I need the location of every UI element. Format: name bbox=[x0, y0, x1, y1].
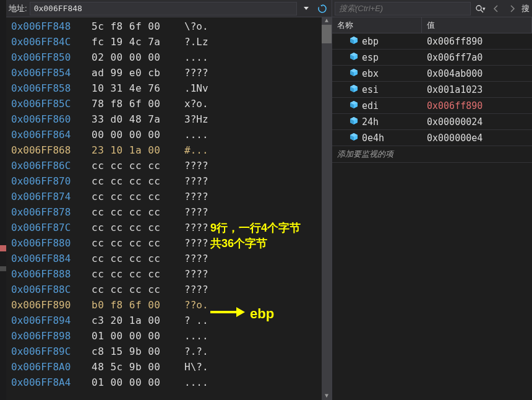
memory-ascii: ? .. bbox=[184, 315, 208, 326]
watch-row[interactable]: edi0x006ff890 bbox=[332, 98, 532, 114]
watch-pane: ▾ 搜 名称 值 ebp0x006ff890esp0x006ff7a0ebx0x… bbox=[332, 0, 532, 400]
memory-row[interactable]: 0x006FF89Cc8 15 9b 00?.?. bbox=[11, 344, 327, 359]
memory-row[interactable]: 0x006FF86823 10 1a 00#... bbox=[11, 142, 327, 158]
watch-name-cell: edi bbox=[332, 100, 422, 111]
memory-row[interactable]: 0x006FF884cc cc cc cc???? bbox=[11, 251, 327, 266]
memory-row[interactable]: 0x006FF854ad 99 e0 cb???? bbox=[11, 65, 327, 80]
memory-address: 0x006FF870 bbox=[11, 175, 92, 187]
memory-address: 0x006FF888 bbox=[11, 268, 92, 280]
memory-row[interactable]: 0x006FF890b0 f8 6f 00??o. bbox=[11, 297, 327, 313]
watch-value: 0x006ff890 bbox=[422, 100, 532, 111]
watch-row[interactable]: ebx0x004ab000 bbox=[332, 66, 532, 82]
memory-scrollbar[interactable]: ▲ ▼ bbox=[322, 17, 332, 400]
memory-row[interactable]: 0x006FF86033 d0 48 7a3?Hz bbox=[11, 111, 327, 127]
memory-address: 0x006FF884 bbox=[11, 253, 92, 264]
memory-ascii: .1Nv bbox=[184, 82, 208, 94]
memory-row[interactable]: 0x006FF85C78 f8 6f 00x?o. bbox=[11, 96, 327, 111]
search-input[interactable] bbox=[335, 2, 471, 15]
nav-prev-icon[interactable] bbox=[489, 2, 503, 15]
watch-toolbar: ▾ 搜 bbox=[332, 0, 532, 17]
memory-bytes: fc 19 4c 7a bbox=[92, 36, 184, 48]
gutter-marker bbox=[0, 245, 6, 251]
scroll-down-icon[interactable]: ▼ bbox=[322, 393, 332, 400]
watch-name: esi bbox=[362, 84, 379, 95]
search-icon[interactable]: ▾ bbox=[473, 2, 487, 15]
scroll-up-icon[interactable]: ▲ bbox=[322, 17, 332, 25]
memory-bytes: 02 00 00 00 bbox=[92, 51, 184, 63]
memory-bytes: 10 31 4e 76 bbox=[92, 82, 184, 94]
watch-name: esp bbox=[362, 52, 379, 63]
memory-pane: 地址: 0x006FF8485c f8 6f 00\?o.0x006FF84Cf… bbox=[6, 0, 332, 400]
memory-row[interactable]: 0x006FF894c3 20 1a 00? .. bbox=[11, 313, 327, 328]
memory-row[interactable]: 0x006FF870cc cc cc cc???? bbox=[11, 173, 327, 189]
memory-row[interactable]: 0x006FF878cc cc cc cc???? bbox=[11, 204, 327, 220]
memory-row[interactable]: 0x006FF8A401 00 00 00.... bbox=[11, 375, 327, 390]
memory-row[interactable]: 0x006FF85002 00 00 00.... bbox=[11, 50, 327, 65]
header-value[interactable]: 值 bbox=[422, 17, 532, 33]
refresh-icon[interactable] bbox=[315, 2, 329, 15]
memory-address: 0x006FF864 bbox=[11, 129, 92, 141]
header-name[interactable]: 名称 bbox=[332, 17, 422, 33]
memory-row[interactable]: 0x006FF85810 31 4e 76.1Nv bbox=[11, 80, 327, 96]
memory-row[interactable]: 0x006FF888cc cc cc cc???? bbox=[11, 266, 327, 282]
watch-value: 0x006ff890 bbox=[422, 36, 532, 47]
watch-value: 0x004ab000 bbox=[422, 68, 532, 79]
memory-bytes: 5c f8 6f 00 bbox=[92, 20, 184, 32]
memory-bytes: cc cc cc cc bbox=[92, 284, 184, 295]
watch-row[interactable]: 24h0x00000024 bbox=[332, 114, 532, 130]
watch-row[interactable]: esp0x006ff7a0 bbox=[332, 50, 532, 66]
watch-row[interactable]: 0e4h0x000000e4 bbox=[332, 130, 532, 146]
memory-row[interactable]: 0x006FF880cc cc cc cc???? bbox=[11, 235, 327, 251]
watch-name: ebx bbox=[362, 68, 379, 79]
memory-rows[interactable]: 0x006FF8485c f8 6f 00\?o.0x006FF84Cfc 19… bbox=[6, 17, 332, 391]
memory-ascii: ???? bbox=[184, 175, 208, 187]
memory-ascii: .... bbox=[184, 376, 208, 388]
memory-row[interactable]: 0x006FF8A048 5c 9b 00H\?. bbox=[11, 359, 327, 375]
memory-ascii: ?.Lz bbox=[184, 36, 208, 48]
memory-row[interactable]: 0x006FF89801 00 00 00.... bbox=[11, 328, 327, 344]
memory-address: 0x006FF87C bbox=[11, 222, 92, 233]
gutter-divider bbox=[0, 266, 6, 271]
memory-address: 0x006FF86C bbox=[11, 160, 92, 172]
memory-address: 0x006FF85C bbox=[11, 98, 92, 110]
memory-row[interactable]: 0x006FF8485c f8 6f 00\?o. bbox=[11, 19, 327, 34]
memory-body: 0x006FF8485c f8 6f 00\?o.0x006FF84Cfc 19… bbox=[6, 17, 332, 400]
address-input[interactable] bbox=[30, 2, 297, 15]
watch-name: ebp bbox=[362, 36, 379, 47]
memory-ascii: .... bbox=[184, 330, 208, 342]
memory-row[interactable]: 0x006FF874cc cc cc cc???? bbox=[11, 189, 327, 204]
address-dropdown-icon[interactable] bbox=[299, 2, 313, 15]
memory-bytes: c3 20 1a 00 bbox=[92, 315, 184, 326]
watch-value: 0x001a1023 bbox=[422, 84, 532, 95]
memory-row[interactable]: 0x006FF87Ccc cc cc cc???? bbox=[11, 220, 327, 235]
memory-ascii: x?o. bbox=[184, 98, 208, 110]
memory-address: 0x006FF860 bbox=[11, 113, 92, 125]
scroll-thumb[interactable] bbox=[322, 25, 332, 43]
memory-ascii: .... bbox=[184, 129, 208, 141]
memory-address: 0x006FF89C bbox=[11, 346, 92, 357]
memory-row[interactable]: 0x006FF88Ccc cc cc cc???? bbox=[11, 282, 327, 297]
cube-icon bbox=[350, 52, 358, 63]
memory-ascii: ???? bbox=[184, 237, 208, 249]
memory-ascii: ?.?. bbox=[184, 346, 208, 357]
memory-ascii: ??o. bbox=[184, 299, 208, 311]
nav-next-icon[interactable] bbox=[505, 2, 519, 15]
watch-row[interactable]: ebp0x006ff890 bbox=[332, 33, 532, 50]
memory-ascii: ???? bbox=[184, 222, 208, 233]
memory-address: 0x006FF8A4 bbox=[11, 376, 92, 388]
memory-row[interactable]: 0x006FF86Ccc cc cc cc???? bbox=[11, 158, 327, 173]
memory-ascii: ???? bbox=[184, 160, 208, 172]
memory-row[interactable]: 0x006FF84Cfc 19 4c 7a?.Lz bbox=[11, 34, 327, 50]
memory-row[interactable]: 0x006FF86400 00 00 00.... bbox=[11, 127, 327, 142]
memory-ascii: ???? bbox=[184, 284, 208, 295]
watch-name: edi bbox=[362, 100, 379, 111]
watch-name-cell: 0e4h bbox=[332, 133, 422, 144]
add-watch-item[interactable]: 添加要监视的项 bbox=[332, 146, 532, 163]
cube-icon bbox=[350, 116, 358, 128]
memory-address: 0x006FF878 bbox=[11, 206, 92, 218]
watch-row[interactable]: esi0x001a1023 bbox=[332, 82, 532, 98]
memory-address: 0x006FF848 bbox=[11, 20, 92, 32]
memory-ascii: ???? bbox=[184, 191, 208, 202]
cube-icon bbox=[350, 84, 358, 95]
watch-value: 0x00000024 bbox=[422, 116, 532, 128]
